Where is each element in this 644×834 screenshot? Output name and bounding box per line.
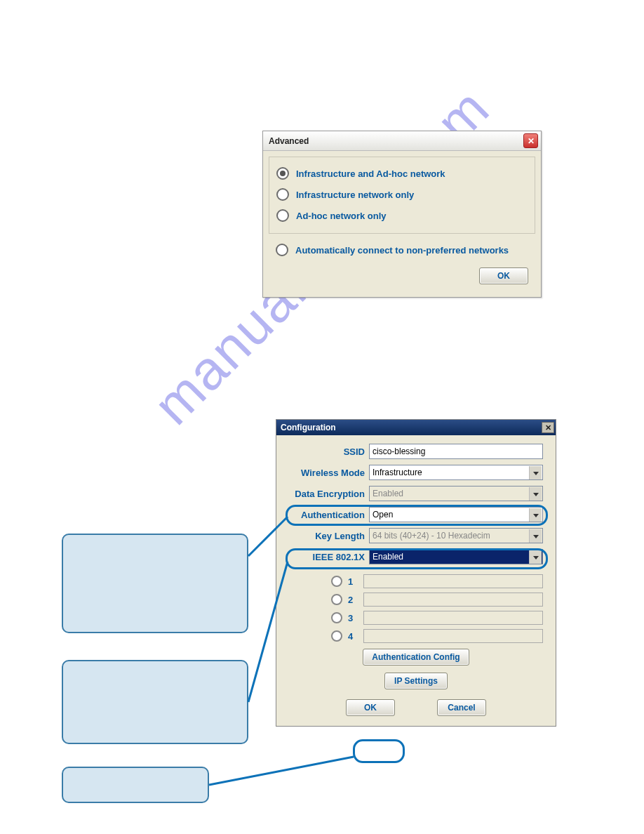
close-icon[interactable]: ✕: [542, 422, 554, 433]
close-icon[interactable]: ✕: [523, 133, 538, 148]
key-index: 2: [348, 595, 359, 605]
advanced-title: Advanced: [269, 136, 523, 146]
callout-box-1: [62, 534, 248, 633]
row-wireless-mode: Wireless Mode Infrastructure: [289, 465, 543, 480]
radio-icon: [331, 576, 342, 587]
configuration-titlebar[interactable]: Configuration ✕: [276, 420, 556, 435]
key-field: [363, 611, 543, 625]
key-field: [363, 593, 543, 607]
row-ssid: SSID cisco-blessing: [289, 444, 543, 459]
select-value: Enabled: [373, 489, 403, 498]
data-encryption-select: Enabled: [369, 486, 543, 501]
configuration-title: Configuration: [281, 423, 542, 432]
chevron-down-icon: [529, 466, 542, 480]
radio-infra-adhoc[interactable]: Infrastructure and Ad-hoc network: [276, 163, 528, 184]
highlight-ok: [353, 739, 405, 763]
select-value: Open: [373, 510, 393, 519]
chevron-down-icon: [529, 529, 542, 543]
radio-label: Infrastructure network only: [296, 190, 414, 200]
ok-button[interactable]: OK: [346, 699, 395, 716]
configuration-dialog: Configuration ✕ SSID cisco-blessing Wire…: [276, 419, 556, 727]
key-row-1[interactable]: 1: [289, 574, 543, 588]
radio-infra-only[interactable]: Infrastructure network only: [276, 184, 528, 205]
key-field: [363, 574, 543, 588]
radio-auto-connect[interactable]: Automatically connect to non-preferred n…: [276, 239, 528, 260]
radio-icon: [276, 244, 288, 256]
label-authentication: Authentication: [289, 510, 365, 520]
radio-icon: [331, 594, 342, 605]
row-authentication: Authentication Open: [289, 507, 543, 522]
callout-box-2: [62, 660, 248, 744]
row-ieee8021x: IEEE 802.1X Enabled: [289, 549, 543, 564]
label-key-length: Key Length: [289, 531, 365, 541]
radio-icon: [276, 188, 289, 201]
key-row-2[interactable]: 2: [289, 593, 543, 607]
ieee8021x-select[interactable]: Enabled: [369, 549, 543, 564]
authentication-config-button[interactable]: Authentication Config: [363, 649, 469, 666]
key-index: 1: [348, 576, 359, 587]
key-index: 4: [348, 631, 359, 642]
key-field: [363, 629, 543, 643]
row-data-encryption: Data Encryption Enabled: [289, 486, 543, 501]
radio-icon: [276, 209, 289, 222]
radio-label: Ad-hoc network only: [296, 211, 387, 221]
select-value: 64 bits (40+24) - 10 Hexadecim: [373, 531, 490, 541]
label-wireless-mode: Wireless Mode: [289, 468, 365, 478]
label-data-encryption: Data Encryption: [289, 489, 365, 499]
radio-icon: [331, 630, 342, 642]
wireless-mode-select[interactable]: Infrastructure: [369, 465, 543, 480]
select-value: Infrastructure: [373, 468, 422, 477]
radio-adhoc-only[interactable]: Ad-hoc network only: [276, 205, 528, 226]
callout-box-3: [62, 767, 209, 803]
radio-label: Infrastructure and Ad-hoc network: [296, 168, 445, 179]
radio-label: Automatically connect to non-preferred n…: [295, 245, 509, 256]
label-ssid: SSID: [289, 446, 365, 457]
cancel-button[interactable]: Cancel: [437, 699, 486, 716]
ip-settings-button[interactable]: IP Settings: [384, 673, 448, 689]
key-index: 3: [348, 613, 359, 623]
advanced-dialog: Advanced ✕ Infrastructure and Ad-hoc net…: [262, 131, 542, 298]
key-row-4[interactable]: 4: [289, 629, 543, 643]
radio-icon: [276, 167, 289, 180]
svg-line-2: [209, 757, 354, 785]
select-value: Enabled: [373, 552, 403, 562]
advanced-titlebar[interactable]: Advanced ✕: [263, 131, 541, 151]
key-length-select: 64 bits (40+24) - 10 Hexadecim: [369, 528, 543, 543]
chevron-down-icon: [529, 550, 542, 564]
ok-button[interactable]: OK: [479, 267, 528, 284]
chevron-down-icon: [529, 508, 542, 522]
ssid-input[interactable]: cisco-blessing: [369, 444, 543, 459]
key-row-3[interactable]: 3: [289, 611, 543, 625]
label-ieee8021x: IEEE 802.1X: [289, 552, 365, 562]
chevron-down-icon: [529, 487, 542, 501]
authentication-select[interactable]: Open: [369, 507, 543, 522]
row-key-length: Key Length 64 bits (40+24) - 10 Hexadeci…: [289, 528, 543, 543]
radio-icon: [331, 612, 342, 623]
